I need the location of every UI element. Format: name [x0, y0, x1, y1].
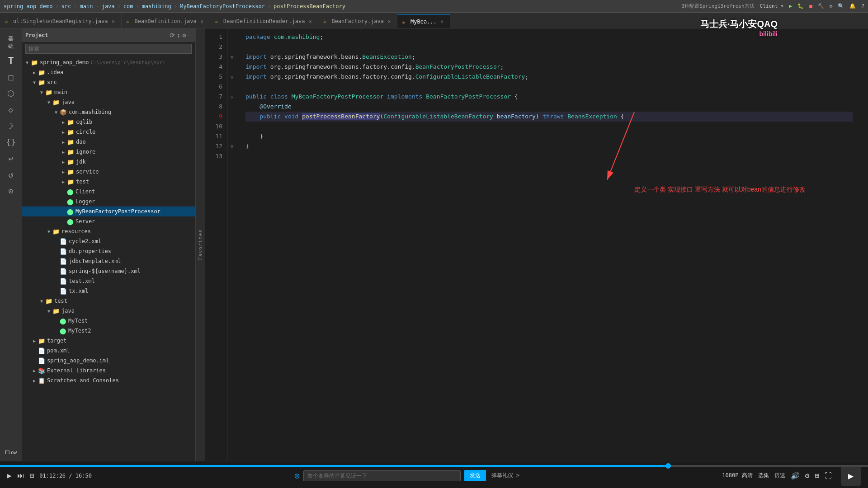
tab-singleton-registry[interactable]: ☕ ultSingletonBeanRegistry.java × — [0, 14, 122, 28]
tree-root[interactable]: ▼ 📁 spring_aop_demo C:\Users\p'c\Desktop… — [22, 57, 195, 67]
breadcrumb-class[interactable]: MyBeanFactoryPostProcessor — [180, 3, 265, 9]
tree-scratches[interactable]: ▶ 📋 Scratches and Consoles — [22, 375, 195, 385]
breadcrumb-com[interactable]: com — [123, 3, 133, 9]
current-time: 01:12:26 — [39, 473, 66, 479]
tree-test-pkg[interactable]: ▶ 📁 test — [22, 177, 195, 187]
tree-service[interactable]: ▶ 📁 service — [22, 167, 195, 177]
build-btn[interactable]: 🔨 — [818, 3, 824, 9]
play-button[interactable]: ▶ — [7, 471, 12, 480]
tree-idea[interactable]: ▶ 📁 .idea — [22, 67, 195, 77]
tree-resources[interactable]: ▼ 📁 resources — [22, 226, 195, 236]
tree-java-test[interactable]: ▼ 📁 java — [22, 306, 195, 316]
collapse-icon[interactable]: ↕ — [177, 32, 180, 39]
toolbar-rect-icon[interactable]: □ — [3, 69, 19, 85]
tree-tx-xml[interactable]: 📄 tx.xml — [22, 286, 195, 296]
tree-pom[interactable]: 📄 pom.xml — [22, 346, 195, 356]
danmaku-toggle[interactable]: ⊙ — [294, 470, 300, 481]
toolbar-braces-icon[interactable]: {} — [3, 134, 19, 150]
tree-test-dir[interactable]: ▼ 📁 test — [22, 296, 195, 306]
tree-circle[interactable]: ▶ 📁 circle — [22, 127, 195, 137]
client-dropdown[interactable]: Client ▾ — [760, 3, 784, 9]
tree-dao[interactable]: ▶ 📁 dao — [22, 137, 195, 147]
tab-close-btn2[interactable]: × — [199, 18, 205, 24]
breadcrumb-main[interactable]: main — [80, 3, 93, 9]
toolbar-diamond-icon[interactable]: ◇ — [3, 102, 19, 118]
tab-close-btn4[interactable]: × — [386, 18, 392, 24]
danmaku-input[interactable] — [303, 470, 461, 481]
tree-jdk[interactable]: ▶ 📁 jdk — [22, 157, 195, 167]
tree-ignore[interactable]: ▶ 📁 ignore — [22, 147, 195, 157]
tab-bean-definition[interactable]: ☕ BeanDefinition.java × — [122, 14, 210, 28]
settings-btn[interactable]: ⚙ — [830, 3, 833, 9]
tab-bean-def-reader[interactable]: ☕ BeanDefinitionReader.java × — [210, 14, 319, 28]
tree-cycle2[interactable]: 📄 cycle2.xml — [22, 236, 195, 246]
code-content[interactable]: package com.mashibing ; import org.sprin… — [236, 28, 862, 461]
toolbar-moon-icon[interactable]: ☽ — [3, 118, 19, 134]
volume-btn[interactable]: 🔊 — [791, 471, 800, 480]
tab-my-bean-processor[interactable]: ☕ MyBea... × — [397, 14, 450, 28]
right-scrollbar[interactable] — [862, 28, 868, 461]
tab-bean-factory[interactable]: ☕ BeanFactory.java × — [318, 14, 397, 28]
search-input[interactable] — [25, 44, 192, 54]
toolbar-flow-icon[interactable]: Flow — [3, 448, 19, 457]
tree-com-mashibing[interactable]: ▼ 📦 com.mashibing — [22, 107, 195, 117]
fullscreen-btn[interactable]: ⛶ — [825, 471, 832, 480]
video-progress-bar[interactable] — [0, 465, 868, 467]
tree-logger[interactable]: ⬤ Logger — [22, 197, 195, 206]
danmaku-send-button[interactable]: 发送 — [464, 470, 486, 481]
breadcrumb-spring-aop[interactable]: spring aop demo — [4, 3, 52, 9]
toolbar-circle-icon[interactable]: ⊙ — [3, 183, 19, 199]
java-test-folder-icon: 📁 — [52, 308, 60, 314]
tree-ext-libs[interactable]: ▶ 📚 External Libraries — [22, 366, 195, 375]
help-btn[interactable]: ? — [861, 3, 864, 9]
toolbar-redo-icon[interactable]: ↺ — [3, 167, 19, 183]
settings-video-btn[interactable]: ⚙ — [805, 471, 810, 480]
breadcrumb-method[interactable]: postProcessBeanFactory — [274, 3, 345, 9]
sync-icon[interactable]: ⟳ — [170, 32, 175, 39]
play-video-btn[interactable]: ▶ — [841, 466, 861, 486]
tab-close-btn[interactable]: × — [110, 18, 117, 24]
pip-btn[interactable]: ⊞ — [815, 471, 819, 480]
next-button[interactable]: ⏭ — [17, 471, 24, 480]
tree-mytest[interactable]: ⬤ MyTest — [22, 316, 195, 326]
gear-icon[interactable]: ⚙ — [182, 32, 186, 39]
tree-client[interactable]: ⬤ Client — [22, 187, 195, 197]
toolbar-undo-icon[interactable]: ↩ — [3, 150, 19, 167]
tree-mytest2-label: MyTest2 — [68, 328, 91, 334]
tab-close-btn5[interactable]: × — [439, 19, 445, 25]
debug-btn[interactable]: 🐛 — [797, 3, 804, 9]
progress-fill — [0, 465, 668, 467]
toolbar-hex-icon[interactable]: ⬡ — [3, 85, 19, 102]
tab-label: BeanDefinition.java — [135, 18, 197, 24]
tab-close-btn3[interactable]: × — [307, 18, 313, 24]
episodes-btn[interactable]: 选集 — [758, 472, 769, 479]
tree-ext-label: External Libraries — [47, 367, 106, 374]
tree-test-xml[interactable]: 📄 test.xml — [22, 276, 195, 286]
tree-target[interactable]: ▶ 📁 target — [22, 336, 195, 346]
tree-cglib[interactable]: ▶ 📁 cglib — [22, 117, 195, 127]
tree-mytest2[interactable]: ⬤ MyTest2 — [22, 326, 195, 336]
tree-java[interactable]: ▼ 📁 java — [22, 97, 195, 107]
tree-main[interactable]: ▼ 📁 main — [22, 87, 195, 97]
breadcrumb-src[interactable]: src — [61, 3, 71, 9]
tree-jdbc[interactable]: 📄 jdbcTemplate.xml — [22, 256, 195, 266]
tree-src[interactable]: ▼ 📁 src — [22, 77, 195, 87]
danmaku-settings-btn[interactable]: 弹幕礼仪 > — [491, 472, 519, 479]
minimize-icon[interactable]: — — [188, 32, 192, 39]
search-everywhere[interactable]: 🔍 — [838, 3, 844, 9]
toolbar-basics-icon[interactable]: 基础 — [3, 32, 19, 53]
stop-btn[interactable]: ■ — [809, 3, 812, 9]
run-btn[interactable]: ▶ — [789, 3, 793, 9]
tree-db-props[interactable]: 📄 db.properties — [22, 246, 195, 256]
tree-iml[interactable]: 📄 spring_aop_demo.iml — [22, 356, 195, 366]
tree-spring-xml[interactable]: 📄 spring-${username}.xml — [22, 266, 195, 276]
toolbar-text-icon[interactable]: T — [3, 53, 19, 69]
prev-frame-button[interactable]: ⊡ — [30, 471, 34, 480]
breadcrumb-mashibing[interactable]: mashibing — [142, 3, 171, 9]
tree-server[interactable]: ⬤ Server — [22, 216, 195, 226]
breadcrumb-java[interactable]: java — [102, 3, 115, 9]
quality-label[interactable]: 1080P 高清 — [722, 472, 752, 479]
notifications-btn[interactable]: 🔔 — [849, 3, 856, 9]
tree-mybeanfactory[interactable]: ⬤ MyBeanFactoryPostProcessor — [22, 206, 195, 216]
speed-btn[interactable]: 倍速 — [774, 472, 785, 479]
